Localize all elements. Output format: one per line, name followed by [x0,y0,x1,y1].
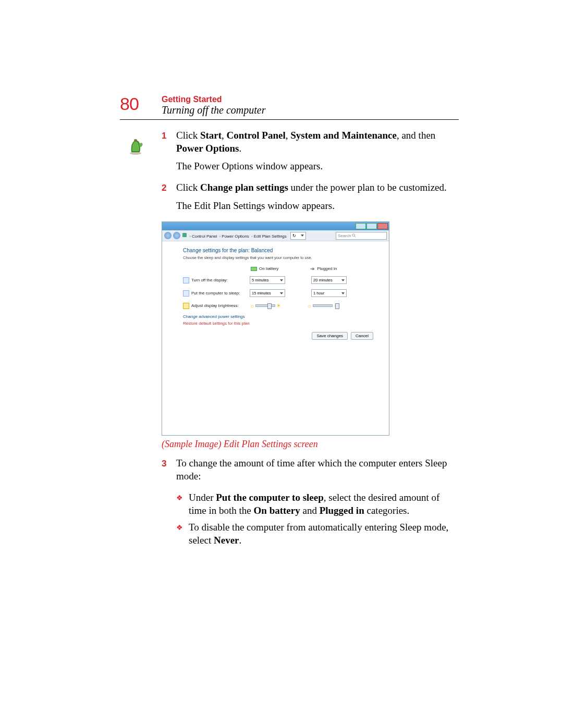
plug-icon [310,267,315,271]
brightness-icon [183,303,189,309]
window-titlebar [162,222,389,230]
back-button[interactable] [164,232,172,239]
diamond-bullet-icon: ❖ [176,491,189,517]
diamond-bullet-icon: ❖ [176,521,189,547]
sun-dim-icon: ☼ [307,303,312,309]
brightness-battery-slider[interactable]: ☼ ☀ [250,302,281,309]
display-plugged-dropdown[interactable]: 20 minutes [311,276,347,284]
advanced-settings-link[interactable]: Change advanced power settings [183,314,373,319]
step-1-text: Click Start, Control Panel, System and M… [176,129,459,155]
chevron-down-icon [341,292,345,294]
page-header: 80 Getting Started Turning off the compu… [120,94,459,120]
sleep-icon [183,290,189,297]
sleep-plugged-dropdown[interactable]: 1 hour [311,289,347,297]
save-changes-button[interactable]: Save changes [312,332,348,340]
battery-icon [251,267,257,271]
step-2-text: Click Change plan settings under the pow… [176,181,459,194]
step-2: 2 Click Change plan settings under the p… [162,181,459,217]
sun-bright-icon: ☀ [276,303,281,309]
window-body: Change settings for the plan: Balanced C… [162,241,389,435]
chevron-down-icon [341,279,345,281]
sun-dim-icon: ☼ [250,303,254,309]
svg-point-1 [134,139,137,141]
step-3: 3 To change the amount of time after whi… [162,457,459,488]
plugged-in-label: Plugged in [317,266,337,271]
restore-defaults-link[interactable]: Restore default settings for this plan [183,321,373,326]
svg-line-4 [354,236,356,237]
sleep-battery-dropdown[interactable]: 15 minutes [250,289,285,297]
step-number: 2 [162,181,176,217]
control-panel-icon [182,232,187,238]
edit-plan-settings-screenshot: ›Control Panel ›Power Options ›Edit Plan… [162,221,389,436]
panel-subheading: Choose the sleep and display settings th… [183,255,373,260]
bullet-2: ❖ To disable the computer from automatic… [176,521,459,547]
section-title: Turning off the computer [162,104,459,116]
row-turn-off-display: Turn off the display: 5 minutes 20 minut… [183,276,373,284]
step-1-note: The Power Options window appears. [176,160,459,173]
svg-rect-2 [182,233,187,237]
breadcrumb[interactable]: ›Control Panel ›Power Options ›Edit Plan… [182,232,287,239]
bullet-1: ❖ Under Put the computer to sleep, selec… [176,491,459,517]
minimize-button[interactable] [356,223,366,229]
row-brightness: Adjust display brightness: ☼ ☀ ☼ ☀ [183,302,373,309]
display-icon [183,277,189,283]
search-input[interactable]: Search [336,232,387,240]
cancel-button[interactable]: Cancel [351,332,373,340]
step-1: 1 Click Start, Control Panel, System and… [162,129,459,178]
refresh-dropdown[interactable]: ↻ [290,232,306,240]
chapter-title: Getting Started [162,95,459,104]
page-number: 80 [120,94,162,114]
image-caption: (Sample Image) Edit Plan Settings screen [162,439,459,450]
row-sleep: Put the computer to sleep: 15 minutes 1 … [183,289,373,297]
panel-heading: Change settings for the plan: Balanced [183,248,373,253]
chevron-down-icon [280,279,283,281]
brightness-plugged-slider[interactable]: ☼ ☀ [307,302,338,309]
step-number: 3 [162,457,176,488]
on-battery-label: On battery [259,266,278,271]
step-number: 1 [162,129,176,178]
close-button[interactable] [377,223,388,229]
forward-button[interactable] [173,232,180,239]
step-3-text: To change the amount of time after which… [176,457,459,483]
column-headers: On battery Plugged in [251,266,373,271]
chevron-down-icon [280,292,283,294]
kettle-icon [125,134,146,155]
maximize-button[interactable] [366,223,377,229]
search-icon [352,233,356,238]
step-2-note: The Edit Plan Settings window appears. [176,200,459,213]
display-battery-dropdown[interactable]: 5 minutes [250,276,285,284]
nav-bar: ›Control Panel ›Power Options ›Edit Plan… [162,230,389,241]
